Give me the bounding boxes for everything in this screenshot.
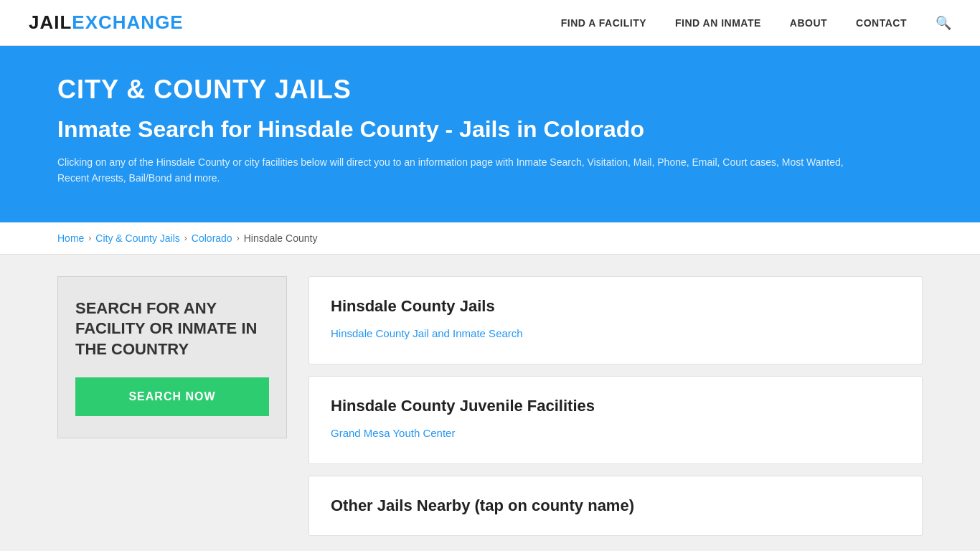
card-hinsdale-juvenile-title: Hinsdale County Juvenile Facilities (331, 397, 900, 415)
hero-category: CITY & COUNTY JAILS (57, 75, 923, 105)
breadcrumb-colorado[interactable]: Colorado (192, 232, 232, 244)
hero-section: CITY & COUNTY JAILS Inmate Search for Hi… (0, 46, 980, 222)
site-header: JAILEXCHANGE FIND A FACILITY FIND AN INM… (0, 0, 980, 46)
card-other-jails: Other Jails Nearby (tap on county name) (308, 476, 923, 536)
main-content: SEARCH FOR ANY FACILITY OR INMATE IN THE… (0, 255, 980, 551)
breadcrumb: Home › City & County Jails › Colorado › … (57, 232, 923, 244)
card-hinsdale-jails: Hinsdale County Jails Hinsdale County Ja… (308, 276, 923, 364)
hero-title: Inmate Search for Hinsdale County - Jail… (57, 116, 923, 143)
breadcrumb-sep-1: › (88, 233, 91, 243)
nav-find-inmate[interactable]: FIND AN INMATE (675, 17, 761, 29)
grand-mesa-link[interactable]: Grand Mesa Youth Center (331, 427, 900, 439)
breadcrumb-city-county-jails[interactable]: City & County Jails (95, 232, 179, 244)
site-logo[interactable]: JAILEXCHANGE (29, 11, 184, 34)
hinsdale-jail-link[interactable]: Hinsdale County Jail and Inmate Search (331, 327, 900, 339)
search-now-button[interactable]: SEARCH NOW (75, 377, 269, 416)
cards-column: Hinsdale County Jails Hinsdale County Ja… (308, 276, 923, 536)
search-icon[interactable]: 🔍 (936, 15, 951, 31)
breadcrumb-sep-2: › (184, 233, 187, 243)
hero-description: Clicking on any of the Hinsdale County o… (57, 154, 847, 187)
nav-find-facility[interactable]: FIND A FACILITY (561, 17, 646, 29)
logo-exchange: EXCHANGE (72, 11, 183, 33)
card-hinsdale-jails-title: Hinsdale County Jails (331, 297, 900, 316)
main-nav: FIND A FACILITY FIND AN INMATE ABOUT CON… (561, 15, 951, 31)
sidebar-search-text: SEARCH FOR ANY FACILITY OR INMATE IN THE… (75, 298, 269, 360)
logo-jail: JAIL (29, 11, 72, 33)
breadcrumb-sep-3: › (237, 233, 240, 243)
nav-contact[interactable]: CONTACT (856, 17, 907, 29)
breadcrumb-bar: Home › City & County Jails › Colorado › … (0, 222, 980, 255)
breadcrumb-current: Hinsdale County (244, 232, 318, 244)
card-hinsdale-juvenile: Hinsdale County Juvenile Facilities Gran… (308, 376, 923, 464)
sidebar-search: SEARCH FOR ANY FACILITY OR INMATE IN THE… (57, 276, 287, 438)
card-other-jails-title: Other Jails Nearby (tap on county name) (331, 496, 900, 515)
breadcrumb-home[interactable]: Home (57, 232, 84, 244)
nav-about[interactable]: ABOUT (790, 17, 827, 29)
